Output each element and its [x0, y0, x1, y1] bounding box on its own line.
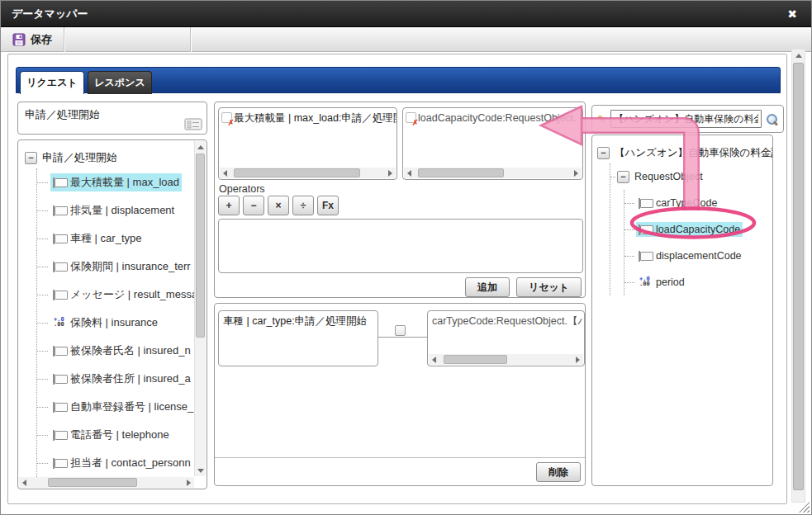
close-icon[interactable]: ✖: [780, 1, 805, 27]
collapse-icon[interactable]: −: [617, 171, 629, 183]
scroll-up-icon[interactable]: [792, 50, 805, 61]
panel-separator: [215, 457, 585, 458]
mapping-connector: [378, 337, 428, 338]
number-icon: [639, 276, 653, 288]
horizontal-scrollbar[interactable]: [220, 168, 396, 178]
tree-item-insured-address[interactable]: 被保険者住所 | insured_a: [37, 365, 207, 393]
field-icon: [55, 347, 68, 356]
scrollbar-thumb[interactable]: [793, 63, 804, 490]
source-root-label: 申請／処理開始: [25, 108, 100, 120]
horizontal-scrollbar[interactable]: [19, 477, 194, 488]
target-tree-root[interactable]: − 【ハンズオン】自動車保険の料金計算: [597, 142, 772, 163]
source-tree-panel: − 申請／処理開始 最大積載量 | max_load 排気量 | displac…: [17, 139, 207, 489]
search-icon[interactable]: [766, 113, 778, 125]
save-button-label: 保存: [31, 32, 52, 47]
save-button[interactable]: 保存: [9, 30, 60, 50]
vertical-scrollbar[interactable]: [194, 141, 206, 476]
remove-item-icon[interactable]: [406, 112, 416, 123]
tab-request[interactable]: リクエスト: [20, 71, 84, 94]
source-tree: − 申請／処理開始 最大積載量 | max_load 排気量 | displac…: [18, 140, 207, 477]
add-button[interactable]: 追加: [465, 277, 510, 297]
field-icon: [55, 234, 68, 243]
scrollbar-thumb[interactable]: [444, 355, 507, 364]
tree-item-request-object[interactable]: − RequestObject: [610, 163, 772, 190]
tree-item-load-capacity-code[interactable]: loadCapacityCode: [624, 216, 772, 243]
tree-item-telephone[interactable]: 電話番号 | telephone: [37, 421, 207, 449]
scrollbar-thumb[interactable]: [48, 478, 137, 487]
tab-response[interactable]: レスポンス: [88, 71, 152, 94]
tree-item-car-type[interactable]: 車種 | car_type: [37, 224, 207, 253]
floppy-icon: [12, 33, 26, 46]
horizontal-scrollbar[interactable]: [429, 354, 583, 365]
field-icon: [55, 459, 68, 468]
tree-item-license[interactable]: 自動車登録番号 | license_: [37, 393, 207, 421]
target-tree-level2: carTypeCode loadCapacityCode displacemen…: [624, 190, 772, 295]
page-vertical-scrollbar[interactable]: [791, 49, 805, 503]
mapping-row-checkbox[interactable]: [395, 325, 406, 336]
field-icon: [55, 178, 68, 187]
operator-plus-button[interactable]: +: [218, 196, 240, 215]
field-icon: [640, 252, 653, 261]
service-search-input[interactable]: [610, 110, 762, 128]
field-icon: [55, 206, 68, 215]
mapping-row-source[interactable]: 車種 | car_type:申請／処理開始: [218, 310, 378, 366]
scroll-left-icon[interactable]: [220, 168, 230, 178]
tree-item-insured-name[interactable]: 被保険者氏名 | insured_n: [37, 337, 207, 365]
scroll-right-icon[interactable]: [571, 168, 582, 178]
service-search-box: ✎: [591, 105, 784, 133]
operator-multiply-button[interactable]: ×: [268, 196, 289, 215]
tree-item-insurance[interactable]: 保険料 | insurance: [37, 309, 207, 337]
operator-divide-button[interactable]: ÷: [292, 196, 314, 215]
tree-item-insurance-term[interactable]: 保険期間 | insurance_terr: [37, 253, 207, 281]
source-root-box[interactable]: 申請／処理開始: [17, 102, 207, 135]
source-tree-root[interactable]: − 申請／処理開始: [25, 147, 207, 168]
collapse-icon[interactable]: −: [597, 147, 610, 159]
form-icon[interactable]: [184, 118, 202, 130]
scrollbar-thumb[interactable]: [196, 154, 205, 338]
scroll-right-icon[interactable]: [183, 477, 194, 488]
tree-item-contact-person[interactable]: 担当者 | contact_personn: [37, 449, 207, 477]
scroll-left-icon[interactable]: [404, 168, 415, 178]
scrollbar-thumb[interactable]: [418, 168, 504, 177]
scroll-down-icon[interactable]: [195, 465, 207, 476]
toolbar-separator: [64, 27, 64, 52]
field-icon: [55, 262, 68, 272]
mapping-source-box[interactable]: 最大積載量 | max_load:申請／処理開始: [218, 107, 397, 180]
scroll-right-icon[interactable]: [385, 168, 396, 178]
scroll-up-icon[interactable]: [195, 141, 207, 153]
scroll-right-icon[interactable]: [572, 354, 583, 365]
tree-item-displacement-code[interactable]: displacementCode: [624, 243, 772, 269]
operator-minus-button[interactable]: −: [243, 196, 264, 215]
delete-button[interactable]: 削除: [536, 462, 581, 482]
scroll-left-icon[interactable]: [19, 477, 30, 488]
operators-label: Operators: [219, 183, 265, 195]
reset-button[interactable]: リセット: [516, 277, 582, 297]
toolbar: 保存: [1, 27, 812, 52]
target-tree: − 【ハンズオン】自動車保険の料金計算 − RequestObject carT…: [592, 135, 772, 295]
target-tree-panel: − 【ハンズオン】自動車保険の料金計算 − RequestObject carT…: [591, 135, 773, 486]
resize-grip[interactable]: [799, 502, 810, 513]
target-tree-level1: − RequestObject carTypeCode loadCapacity…: [610, 163, 772, 295]
collapse-icon[interactable]: −: [25, 152, 37, 164]
operator-function-button[interactable]: Fx: [317, 196, 339, 215]
remove-item-icon[interactable]: [221, 112, 232, 123]
tree-item-max-load[interactable]: 最大積載量 | max_load: [37, 168, 207, 196]
mapping-list-panel: 車種 | car_type:申請／処理開始 carTypeCode:Reques…: [214, 303, 586, 486]
tree-item-result-message[interactable]: メッセージ | result_messag: [37, 281, 207, 309]
operators-row: + − × ÷ Fx: [218, 196, 339, 215]
field-icon: [55, 403, 68, 412]
tree-item-car-type-code[interactable]: carTypeCode: [624, 190, 772, 216]
source-tree-children: 最大積載量 | max_load 排気量 | displacement 車種 |…: [36, 168, 207, 477]
tree-item-period[interactable]: period: [624, 269, 772, 295]
mapping-row-target[interactable]: carTypeCode:RequestObject.【ハン: [427, 310, 585, 366]
edit-pencil-icon[interactable]: ✎: [597, 113, 606, 125]
field-icon: [640, 225, 653, 234]
expression-box[interactable]: [218, 219, 583, 273]
mapping-editor-panel: 最大積載量 | max_load:申請／処理開始 loadCapacityCod…: [214, 102, 586, 298]
tree-item-displacement[interactable]: 排気量 | displacement: [37, 196, 207, 224]
horizontal-scrollbar[interactable]: [404, 168, 582, 178]
scroll-left-icon[interactable]: [429, 354, 439, 365]
number-icon: [54, 317, 68, 328]
scrollbar-thumb[interactable]: [234, 168, 360, 177]
mapping-target-box[interactable]: loadCapacityCode:RequestObject.【ハン: [402, 107, 583, 180]
